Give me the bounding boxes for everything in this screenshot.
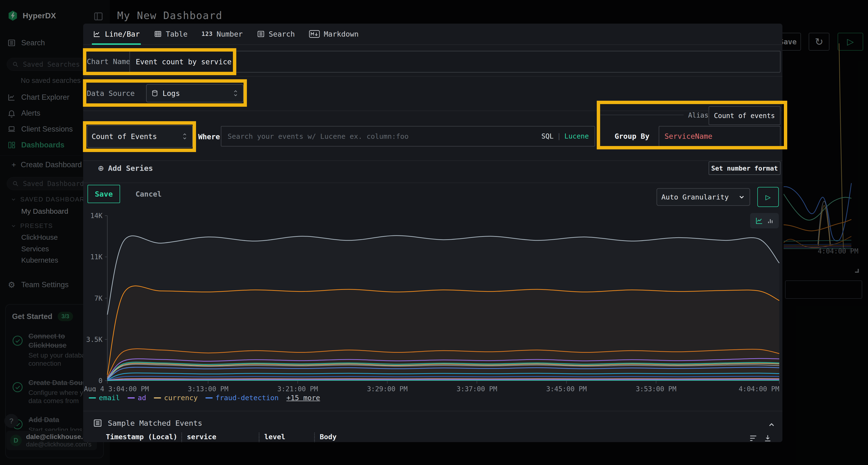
select-chevrons-icon bbox=[232, 89, 239, 98]
legend-swatch bbox=[128, 397, 135, 399]
add-series-label: Add Series bbox=[108, 164, 153, 172]
svg-text:3:37:00 PM: 3:37:00 PM bbox=[457, 385, 497, 392]
legend-swatch bbox=[154, 397, 161, 399]
tab-search[interactable]: Search bbox=[257, 24, 295, 44]
chart-name-label: Chart Name bbox=[87, 57, 130, 66]
legend-more-link[interactable]: +15 more bbox=[286, 394, 320, 402]
column-separator bbox=[259, 433, 259, 442]
tab-markdown[interactable]: Markdown bbox=[309, 24, 359, 44]
where-input[interactable] bbox=[227, 132, 538, 141]
group-by-label: Group By bbox=[615, 132, 650, 140]
cancel-button[interactable]: Cancel bbox=[135, 190, 161, 198]
tab-label: Line/Bar bbox=[105, 30, 140, 38]
legend-item[interactable]: ad bbox=[128, 394, 146, 402]
svg-text:7K: 7K bbox=[94, 294, 102, 302]
tab-number[interactable]: 123 Number bbox=[202, 24, 243, 44]
column-header[interactable]: service bbox=[187, 433, 216, 441]
legend-swatch bbox=[206, 397, 213, 399]
column-header[interactable]: Timestamp (Local) bbox=[106, 433, 178, 441]
divider bbox=[83, 161, 782, 161]
legend-item[interactable]: currency bbox=[154, 394, 198, 402]
app-root: HyperDX Search No saved searches Chart E… bbox=[0, 0, 868, 465]
sample-matched-events-header[interactable]: Sample Matched Events bbox=[93, 418, 202, 428]
add-series-button[interactable]: ⊕ Add Series bbox=[98, 163, 153, 173]
chart-editor-modal: Line/Bar Table 123 Number Search bbox=[83, 24, 782, 442]
set-number-format-button[interactable]: Set number format bbox=[709, 161, 780, 175]
chart-legend: email ad currency fraud-detection +15 mo… bbox=[89, 394, 320, 402]
where-label: Where bbox=[198, 133, 220, 141]
download-icon[interactable] bbox=[763, 434, 772, 442]
granularity-value: Auto Granularity bbox=[661, 193, 728, 201]
legend-label: fraud-detection bbox=[216, 394, 279, 402]
toggle-separator: | bbox=[557, 132, 561, 140]
divider bbox=[83, 411, 782, 411]
tab-label: Table bbox=[166, 30, 188, 38]
chevron-up-icon[interactable] bbox=[768, 421, 776, 429]
timeseries-chart: 03.5K7K11K14KAug 4 3:04:00 PM3:13:00 PM3… bbox=[83, 212, 780, 392]
legend-swatch bbox=[89, 397, 96, 399]
run-chart-button[interactable]: ▷ bbox=[757, 187, 779, 207]
svg-text:3:45:00 PM: 3:45:00 PM bbox=[546, 385, 587, 392]
alias-label: Alias bbox=[688, 111, 708, 119]
chevron-down-icon bbox=[738, 194, 745, 201]
tab-table[interactable]: Table bbox=[154, 24, 188, 44]
wrap-text-icon[interactable] bbox=[749, 434, 758, 442]
data-source-select[interactable]: Logs bbox=[146, 84, 244, 102]
legend-label: currency bbox=[164, 394, 198, 402]
markdown-icon bbox=[309, 30, 320, 38]
plus-circle-icon: ⊕ bbox=[98, 163, 104, 173]
column-header[interactable]: level bbox=[264, 433, 285, 441]
svg-text:3:29:00 PM: 3:29:00 PM bbox=[367, 385, 408, 392]
editor-tabs: Line/Bar Table 123 Number Search bbox=[83, 24, 782, 45]
table-icon bbox=[154, 30, 162, 38]
svg-text:3.5K: 3.5K bbox=[86, 336, 103, 343]
chart-name-input[interactable] bbox=[129, 51, 780, 72]
svg-text:3:13:00 PM: 3:13:00 PM bbox=[188, 385, 228, 392]
list-icon bbox=[93, 418, 102, 428]
aggregation-value: Count of Events bbox=[92, 132, 157, 141]
divider bbox=[83, 110, 782, 111]
alias-connector-line bbox=[600, 115, 684, 115]
svg-text:3:53:00 PM: 3:53:00 PM bbox=[636, 385, 677, 392]
divider bbox=[83, 182, 782, 183]
svg-text:4:04:00 PM: 4:04:00 PM bbox=[739, 385, 779, 392]
play-icon: ▷ bbox=[766, 192, 771, 202]
legend-item[interactable]: email bbox=[89, 394, 120, 402]
svg-text:14K: 14K bbox=[90, 212, 102, 220]
legend-item[interactable]: fraud-detection bbox=[206, 394, 279, 402]
column-header[interactable]: Body bbox=[320, 433, 337, 441]
legend-label: ad bbox=[138, 394, 146, 402]
granularity-select[interactable]: Auto Granularity bbox=[656, 188, 750, 206]
sample-events-title: Sample Matched Events bbox=[108, 419, 202, 427]
data-source-value: Logs bbox=[162, 89, 180, 98]
number-123-icon: 123 bbox=[202, 31, 213, 37]
legend-label: email bbox=[99, 394, 120, 402]
column-separator bbox=[181, 433, 182, 442]
svg-text:3:21:00 PM: 3:21:00 PM bbox=[277, 385, 318, 392]
svg-text:Aug 4 3:04:00 PM: Aug 4 3:04:00 PM bbox=[84, 385, 149, 392]
tab-line-bar[interactable]: Line/Bar bbox=[93, 24, 140, 44]
tab-label: Number bbox=[217, 30, 243, 38]
line-chart-icon bbox=[93, 30, 101, 38]
tab-label: Search bbox=[269, 30, 295, 38]
group-by-input[interactable] bbox=[659, 126, 780, 146]
search-list-icon bbox=[257, 30, 265, 38]
divider bbox=[83, 76, 782, 77]
where-field: SQL | Lucene bbox=[221, 126, 595, 146]
aggregation-select[interactable]: Count of Events bbox=[87, 125, 193, 148]
select-chevrons-icon bbox=[182, 132, 188, 141]
tab-label: Markdown bbox=[324, 30, 359, 38]
svg-text:0: 0 bbox=[98, 377, 102, 385]
data-source-label: Data Source bbox=[87, 89, 135, 98]
svg-text:11K: 11K bbox=[90, 253, 102, 261]
table-toolbar bbox=[749, 434, 772, 442]
column-separator bbox=[314, 433, 315, 442]
database-icon bbox=[151, 89, 159, 97]
lucene-toggle[interactable]: Lucene bbox=[564, 132, 589, 140]
save-button[interactable]: Save bbox=[88, 185, 120, 203]
sql-toggle[interactable]: SQL bbox=[541, 132, 554, 140]
alias-input[interactable] bbox=[709, 106, 780, 125]
